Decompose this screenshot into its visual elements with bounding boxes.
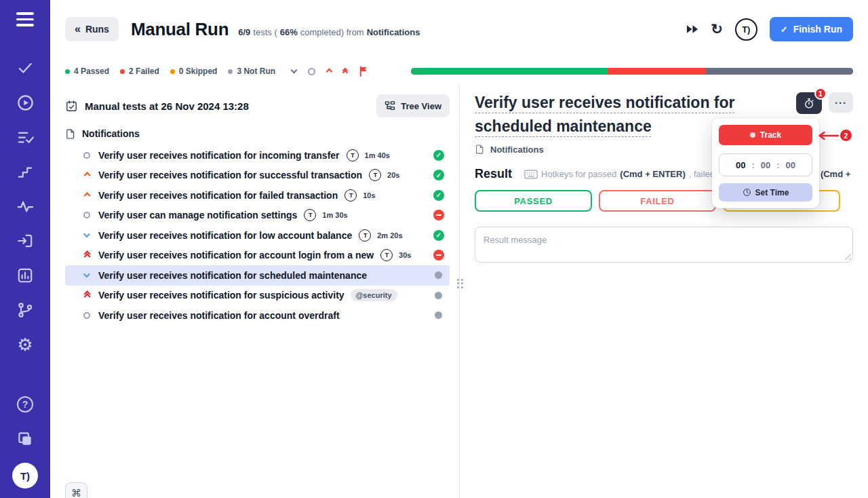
test-row-selected[interactable]: Verify user receives notification for sc…	[65, 265, 450, 286]
arrow-left-icon	[817, 131, 839, 140]
top-actions: ↻ T) ✓ Finish Run	[686, 17, 853, 41]
test-row[interactable]: Verify user can manage notification sett…	[65, 206, 450, 226]
timer-history-icon[interactable]: ↻	[711, 21, 723, 37]
passed-button[interactable]: PASSED	[475, 190, 592, 212]
suite-group-row[interactable]: Notifications	[65, 122, 450, 145]
failed-button[interactable]: FAILED	[599, 190, 716, 212]
test-row[interactable]: Verify user receives notification for in…	[65, 145, 450, 166]
finish-run-button[interactable]: ✓ Finish Run	[770, 17, 853, 41]
help-icon[interactable]: ?	[0, 387, 50, 421]
test-duration: 30s	[399, 251, 411, 259]
testomat-icon[interactable]: T	[380, 249, 393, 261]
tests-icon[interactable]	[0, 51, 50, 85]
notrun-count[interactable]: 3 Not Run	[228, 66, 275, 76]
main-area: « Runs Manual Run 6/9 tests ( 66% comple…	[50, 0, 868, 498]
set-time-label: Set Time	[755, 188, 789, 197]
panel-resize-handle[interactable]	[457, 279, 464, 288]
priority-normal-filter-icon[interactable]	[308, 68, 315, 75]
back-label: Runs	[85, 24, 109, 35]
priority-normal-icon	[81, 212, 92, 218]
run-lists-icon[interactable]	[0, 120, 50, 155]
test-row[interactable]: Verify user receives notification for su…	[65, 286, 450, 306]
fast-forward-icon[interactable]	[686, 24, 698, 35]
clock-icon	[743, 188, 751, 197]
reports-icon[interactable]	[0, 258, 50, 293]
status-notrun-icon	[435, 271, 442, 279]
double-chevron-left-icon: «	[75, 25, 81, 34]
menu-icon[interactable]	[16, 12, 34, 26]
flow-icon[interactable]	[0, 155, 50, 189]
testomat-icon[interactable]: T	[359, 229, 371, 242]
pulse-icon[interactable]	[0, 189, 50, 224]
brand-logo[interactable]: T)	[12, 463, 38, 489]
keyboard-icon	[524, 170, 538, 179]
breadcrumb-label: Notifications	[490, 145, 544, 155]
testomat-icon[interactable]: T	[304, 209, 316, 221]
notrun-dot-icon	[228, 69, 233, 74]
passed-dot-icon	[65, 69, 70, 74]
finish-run-label: Finish Run	[793, 24, 842, 35]
testomat-icon[interactable]: T	[369, 169, 381, 181]
minutes-value[interactable]: 00	[761, 160, 770, 170]
settings-icon[interactable]: ⚙	[0, 328, 50, 362]
content: Manual tests at 26 Nov 2024 13:28 Tree V…	[50, 84, 868, 498]
status-notrun-icon	[435, 311, 442, 319]
branches-icon[interactable]	[0, 293, 50, 328]
run-meta-row: Manual tests at 26 Nov 2024 13:28 Tree V…	[65, 91, 450, 121]
gear-icon: ⚙	[17, 336, 33, 353]
test-title: Verify user receives notification for fa…	[98, 190, 338, 201]
tree-view-button[interactable]: Tree View	[376, 94, 450, 117]
testomat-icon[interactable]: T	[347, 149, 359, 161]
test-row[interactable]: Verify user receives notification for ac…	[65, 305, 450, 326]
priority-filters	[292, 66, 368, 77]
testomat-icon[interactable]: T	[344, 189, 357, 202]
record-dot-icon	[750, 132, 755, 138]
annotation-step-2: 2	[817, 130, 852, 141]
passed-count[interactable]: 4 Passed	[65, 66, 109, 76]
test-title: Verify user receives notification for sc…	[98, 270, 367, 281]
test-duration: 1m 30s	[322, 211, 347, 219]
priority-high-filter-icon[interactable]	[326, 68, 333, 75]
test-duration: 2m 20s	[377, 231, 402, 240]
more-options-button[interactable]: ···	[829, 92, 853, 113]
failed-count[interactable]: 2 Failed	[120, 66, 159, 76]
test-title: Verify user receives notification for in…	[98, 150, 340, 161]
completed-percent: 66%	[280, 27, 298, 37]
test-row[interactable]: Verify user receives notification for ac…	[65, 246, 450, 266]
runs-icon[interactable]	[0, 85, 50, 120]
test-title: Verify user receives notification for su…	[98, 290, 344, 301]
import-icon[interactable]	[0, 224, 50, 258]
priority-critical-filter-icon[interactable]	[343, 69, 347, 73]
test-title: Verify user receives notification for lo…	[98, 230, 352, 241]
tree-view-label: Tree View	[401, 101, 441, 111]
run-meta-icon	[65, 100, 78, 113]
result-heading: Result	[475, 167, 512, 181]
result-message-input[interactable]	[475, 227, 853, 263]
test-row[interactable]: Verify user receives notification for lo…	[65, 225, 450, 246]
flag-icon[interactable]	[359, 66, 368, 77]
status-failed-icon	[433, 210, 444, 221]
test-title: Verify user receives notification for su…	[98, 170, 362, 180]
time-input[interactable]: 00 : 00 : 00	[719, 153, 812, 176]
priority-normal-icon	[81, 152, 92, 159]
set-time-button[interactable]: Set Time	[719, 183, 812, 202]
test-row[interactable]: Verify user receives notification for fa…	[65, 185, 450, 206]
track-button[interactable]: Track	[719, 125, 812, 145]
hotkeys-command-button[interactable]: ⌘	[65, 482, 87, 498]
status-passed-icon	[433, 170, 444, 180]
stopwatch-button[interactable]: 1	[796, 92, 822, 114]
seconds-value[interactable]: 00	[786, 160, 795, 170]
test-duration: 20s	[387, 171, 399, 179]
test-tag-badge[interactable]: @security	[351, 289, 397, 301]
detail-actions: 1 ···	[796, 92, 853, 114]
priority-low-icon	[81, 274, 92, 277]
sidebar: ⚙ ? T)	[0, 0, 50, 498]
hours-value[interactable]: 00	[736, 160, 745, 170]
projects-icon[interactable]	[0, 421, 50, 456]
progress-bar[interactable]	[411, 68, 853, 75]
test-row[interactable]: Verify user receives notification for su…	[65, 166, 450, 186]
chevron-down-icon[interactable]	[291, 66, 298, 73]
skipped-count[interactable]: 0 Skipped	[170, 66, 218, 76]
brand-badge-icon[interactable]: T)	[735, 18, 757, 41]
back-to-runs-button[interactable]: « Runs	[65, 17, 119, 41]
